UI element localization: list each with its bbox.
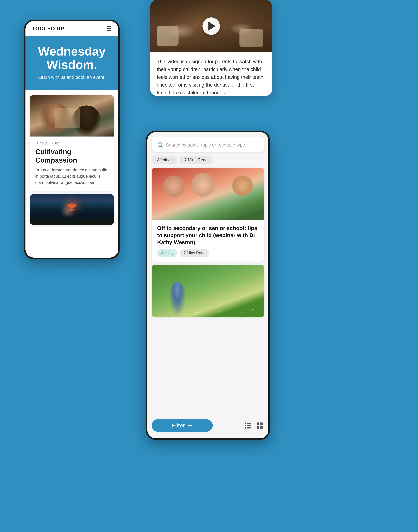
tag-read-time[interactable]: 7 Mins Read [180,249,209,257]
phone-left: TOOLED UP ☰ Wednesday Wisdom. Learn with… [24,20,120,259]
hero-title: Wednesday Wisdom. [32,45,112,71]
content-card-main[interactable]: Off to secondary or senior school: tips … [152,168,264,262]
tag-webinar[interactable]: Webinar [152,156,177,164]
content-card-second[interactable] [152,265,264,317]
search-placeholder[interactable]: Search by goals, topic or resource type.… [166,142,249,148]
search-icon [157,142,163,148]
filter-bar: Filter [152,419,264,432]
svg-line-1 [161,146,163,147]
card-title: Cultivating Compassion [35,148,108,164]
article-tags: Activity 7 Mins Read [157,249,259,257]
view-toggle [244,421,264,430]
list-view-icon[interactable] [244,421,252,430]
logo: TOOLED UP [32,26,64,32]
filter-lines-icon [187,424,192,427]
lake-image [30,194,114,225]
kids-image [152,168,264,220]
dental-description: This video is designed for parents to wa… [150,52,272,96]
hero-subtitle: Learn with us and book an event. [32,75,112,80]
content-card-body: Off to secondary or senior school: tips … [152,220,264,262]
filter-tags-row: Webinar 7 Mins Read [147,156,268,164]
search-area[interactable]: Search by goals, topic or resource type.… [152,137,264,152]
card-body: June 21, 2023 Cultivating Compassion Pur… [30,137,114,191]
filter-label: Filter [172,422,185,428]
video-area[interactable] [150,0,272,52]
article-card-1[interactable]: June 21, 2023 Cultivating Compassion Pur… [30,95,114,191]
dental-text-content: This video is designed for parents to wa… [157,58,266,96]
girl-image [152,265,264,317]
card-image [30,95,114,137]
dental-video-card: This video is designed for parents to wa… [150,0,272,96]
play-button[interactable] [202,17,220,35]
grid-view-icon[interactable] [255,421,264,430]
tag-7mins[interactable]: 7 Mins Read [179,156,212,164]
tag-activity[interactable]: Activity [157,249,177,257]
hero-section: Wednesday Wisdom. Learn with us and book… [25,36,118,90]
play-icon [209,22,216,31]
filter-button[interactable]: Filter [152,419,213,432]
article-title: Off to secondary or senior school: tips … [157,225,259,246]
phone-left-header: TOOLED UP ☰ [25,21,118,36]
phone-right: Search by goals, topic or resource type.… [146,131,270,440]
lake-card[interactable] [30,194,114,225]
hamburger-icon[interactable]: ☰ [106,25,112,32]
card-description: Purus at fermentum donec nullam nulla in… [35,167,108,185]
card-date: June 21, 2023 [35,141,108,145]
